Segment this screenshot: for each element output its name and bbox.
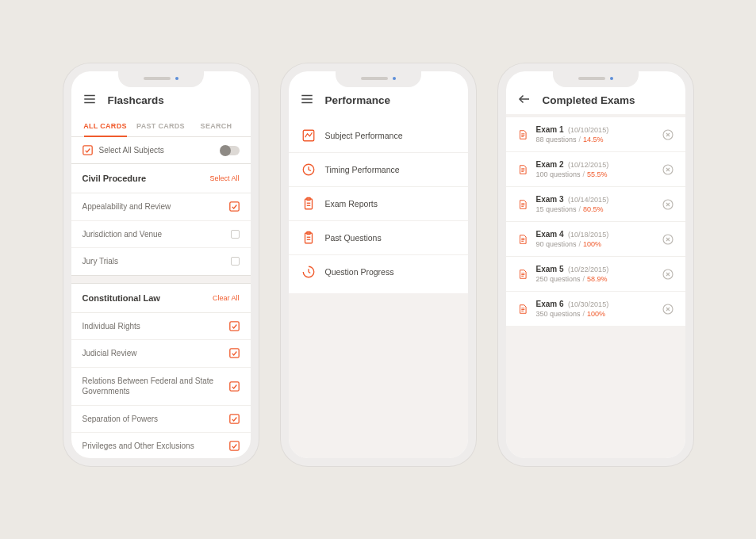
svg-rect-6 bbox=[229, 349, 238, 357]
delete-icon[interactable] bbox=[662, 268, 674, 281]
exam-list: Exam 1 (10/10/2015) 88 questions/14.5% E… bbox=[506, 117, 685, 326]
topic-label: Appealability and Review bbox=[83, 201, 178, 212]
page-title: Flashcards bbox=[108, 94, 164, 106]
exam-main: Exam 3 (10/14/2015) 15 questions/80.5% bbox=[536, 195, 654, 213]
svg-rect-7 bbox=[229, 381, 238, 390]
exam-date: (10/10/2015) bbox=[568, 126, 608, 134]
exam-main: Exam 6 (10/30/2015) 350 questions/100% bbox=[536, 300, 654, 318]
tab-past-cards[interactable]: PAST CARDS bbox=[133, 114, 189, 136]
tab-search[interactable]: SEARCH bbox=[189, 114, 244, 136]
exam-title: Exam 1 (10/10/2015) bbox=[536, 125, 654, 134]
topic-label: Separation of Powers bbox=[83, 414, 165, 425]
delete-icon[interactable] bbox=[662, 303, 674, 315]
select-all-label: Select All Subjects bbox=[99, 146, 164, 155]
exam-pct: 55.5% bbox=[587, 170, 608, 178]
subject-section: Constitutional Law Clear All Individual … bbox=[71, 283, 251, 459]
phone-flashcards: Flashcards ALL CARDS PAST CARDS SEARCH S… bbox=[63, 63, 259, 466]
delete-icon[interactable] bbox=[662, 233, 674, 246]
checkbox-checked-icon[interactable] bbox=[229, 201, 240, 212]
exam-row[interactable]: Exam 4 (10/18/2015) 90 questions/100% bbox=[506, 222, 685, 257]
checkbox-empty-icon[interactable] bbox=[231, 257, 240, 266]
back-icon[interactable] bbox=[517, 92, 532, 106]
performance-item[interactable]: Subject Performance bbox=[289, 119, 468, 153]
delete-icon[interactable] bbox=[662, 198, 674, 211]
document-icon bbox=[517, 198, 528, 211]
section-gap bbox=[71, 275, 251, 283]
checkbox-checked-icon[interactable] bbox=[229, 381, 240, 392]
topic-label: Jurisdiction and Venue bbox=[83, 229, 169, 240]
exam-sub: 100 questions/55.5% bbox=[536, 170, 654, 178]
exam-row[interactable]: Exam 6 (10/30/2015) 350 questions/100% bbox=[506, 292, 685, 326]
topic-row[interactable]: Privileges and Other Exclusions bbox=[71, 433, 251, 458]
section-header: Civil Procedure Select All bbox=[71, 164, 251, 193]
screen-flashcards: Flashcards ALL CARDS PAST CARDS SEARCH S… bbox=[71, 71, 251, 458]
delete-icon[interactable] bbox=[662, 128, 674, 141]
document-icon bbox=[517, 128, 528, 141]
checkbox-checked-icon[interactable] bbox=[229, 441, 240, 451]
exam-row[interactable]: Exam 1 (10/10/2015) 88 questions/14.5% bbox=[506, 117, 685, 152]
document-icon bbox=[517, 303, 528, 315]
flashcards-body: Select All Subjects Civil Procedure Sele… bbox=[71, 137, 251, 458]
section-title: Civil Procedure bbox=[83, 174, 147, 183]
document-icon bbox=[517, 268, 528, 281]
topic-row[interactable]: Jury Trials bbox=[71, 248, 251, 275]
svg-rect-9 bbox=[229, 442, 238, 450]
checkbox-checked-icon[interactable] bbox=[229, 348, 240, 358]
tab-all-cards[interactable]: ALL CARDS bbox=[78, 114, 133, 136]
topic-row[interactable]: Judicial Review bbox=[71, 340, 251, 368]
delete-icon[interactable] bbox=[662, 163, 674, 176]
svg-rect-4 bbox=[229, 202, 238, 211]
exam-date: (10/30/2015) bbox=[568, 300, 608, 308]
performance-label: Exam Reports bbox=[325, 199, 378, 208]
performance-item[interactable]: Timing Performance bbox=[289, 153, 468, 187]
topic-row[interactable]: Separation of Powers bbox=[71, 406, 251, 434]
section-title: Constitutional Law bbox=[83, 293, 160, 303]
performance-item[interactable]: Exam Reports bbox=[289, 187, 468, 221]
topic-label: Individual Rights bbox=[83, 321, 147, 332]
menu-icon[interactable] bbox=[300, 92, 314, 106]
document-icon bbox=[517, 163, 528, 176]
toggle-select-all[interactable] bbox=[221, 146, 240, 155]
tabs: ALL CARDS PAST CARDS SEARCH bbox=[71, 114, 251, 137]
performance-label: Past Questions bbox=[325, 233, 382, 243]
checkbox-checked-icon[interactable] bbox=[229, 414, 240, 424]
performance-item[interactable]: Question Progress bbox=[289, 255, 468, 289]
exam-date: (10/18/2015) bbox=[568, 231, 608, 239]
page-title: Performance bbox=[325, 94, 391, 106]
exam-row[interactable]: Exam 5 (10/22/2015) 250 questions/58.9% bbox=[506, 257, 685, 292]
checkbox-empty-icon[interactable] bbox=[231, 230, 240, 239]
topic-row[interactable]: Relations Between Federal and State Gove… bbox=[71, 368, 251, 406]
performance-item[interactable]: Past Questions bbox=[289, 221, 468, 255]
exam-title: Exam 6 (10/30/2015) bbox=[536, 300, 654, 308]
progress-icon bbox=[301, 265, 316, 279]
section-action[interactable]: Select All bbox=[209, 174, 239, 182]
topic-row[interactable]: Individual Rights bbox=[71, 313, 251, 341]
section-action[interactable]: Clear All bbox=[213, 294, 240, 302]
exam-main: Exam 2 (10/12/2015) 100 questions/55.5% bbox=[536, 160, 654, 178]
exam-main: Exam 1 (10/10/2015) 88 questions/14.5% bbox=[536, 125, 654, 143]
topic-label: Judicial Review bbox=[83, 348, 144, 359]
screen-performance: Performance Subject Performance Timing P… bbox=[289, 71, 468, 458]
phone-notch bbox=[553, 70, 639, 87]
exam-sub: 350 questions/100% bbox=[536, 310, 654, 318]
exam-row[interactable]: Exam 2 (10/12/2015) 100 questions/55.5% bbox=[506, 152, 685, 187]
select-all-row: Select All Subjects bbox=[71, 137, 251, 163]
clipboard-icon bbox=[301, 197, 316, 211]
exam-title: Exam 4 (10/18/2015) bbox=[536, 230, 654, 239]
section-header: Constitutional Law Clear All bbox=[71, 284, 251, 313]
performance-list: Subject Performance Timing Performance E… bbox=[289, 114, 468, 293]
checkbox-checked-icon[interactable] bbox=[229, 321, 240, 331]
checkbox-icon[interactable] bbox=[83, 145, 93, 155]
exam-row[interactable]: Exam 3 (10/14/2015) 15 questions/80.5% bbox=[506, 187, 685, 222]
screen-exams: Completed Exams Exam 1 (10/10/2015) 88 q… bbox=[506, 71, 685, 458]
exam-pct: 100% bbox=[587, 310, 605, 318]
performance-label: Subject Performance bbox=[325, 131, 403, 140]
topic-row[interactable]: Jurisdiction and Venue bbox=[71, 221, 251, 249]
phone-performance: Performance Subject Performance Timing P… bbox=[281, 63, 476, 466]
exam-title: Exam 2 (10/12/2015) bbox=[536, 160, 654, 169]
exam-date: (10/22/2015) bbox=[568, 266, 608, 273]
topic-row[interactable]: Appealability and Review bbox=[71, 193, 251, 221]
document-icon bbox=[517, 233, 528, 246]
menu-icon[interactable] bbox=[83, 92, 97, 106]
exam-title: Exam 3 (10/14/2015) bbox=[536, 195, 654, 204]
